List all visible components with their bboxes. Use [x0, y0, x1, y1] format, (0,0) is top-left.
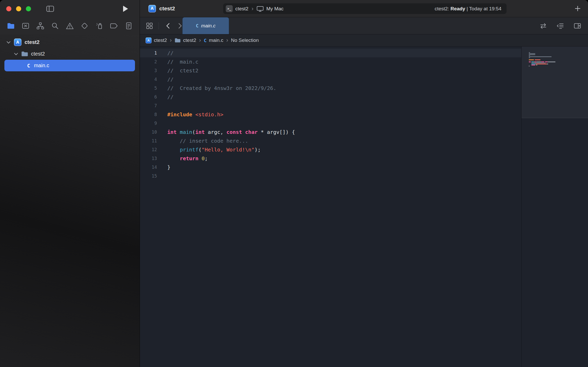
- line-number[interactable]: 10: [140, 128, 161, 136]
- grid-icon: [146, 22, 153, 29]
- line-number[interactable]: 8: [140, 110, 161, 119]
- scheme-selector[interactable]: >_ ctest2 › My Mac: [226, 5, 284, 12]
- status-project: ctest2:: [435, 6, 449, 11]
- project-navigator-button[interactable]: [6, 21, 16, 31]
- search-icon: [51, 22, 59, 29]
- code-line[interactable]: 5// Created by 4nsw3r on 2022/9/26.: [140, 84, 521, 93]
- code-line[interactable]: 13 return 0;: [140, 154, 521, 163]
- line-number[interactable]: 4: [140, 75, 161, 84]
- toggle-sidebar-button[interactable]: [45, 4, 55, 13]
- code-line[interactable]: 9: [140, 119, 521, 128]
- tree-row-project[interactable]: A ctest2: [0, 36, 140, 48]
- window-title: ctest2: [159, 5, 175, 12]
- code-line[interactable]: 2// main.c: [140, 57, 521, 66]
- code-line[interactable]: 8#include <stdio.h>: [140, 110, 521, 119]
- code-line[interactable]: 12 printf("Hello, World!\n");: [140, 145, 521, 154]
- breakpoint-navigator-button[interactable]: [109, 21, 119, 31]
- xcode-project-icon: A: [146, 37, 152, 43]
- status-time: Today at 19:54: [469, 6, 501, 11]
- navigator-sidebar: A ctest2 ctest2 C main.c: [0, 0, 140, 367]
- find-navigator-button[interactable]: [50, 21, 60, 31]
- crumb-selection[interactable]: No Selection: [231, 37, 259, 43]
- line-number[interactable]: 9: [140, 119, 161, 128]
- build-status[interactable]: ctest2: Ready | Today at 19:54: [435, 6, 501, 12]
- folder-icon: [175, 38, 181, 43]
- zoom-window-button[interactable]: [26, 6, 31, 11]
- tree-row-file-selected[interactable]: C main.c: [4, 60, 135, 71]
- crumb-group[interactable]: ctest2: [183, 37, 196, 43]
- c-file-badge: C: [204, 38, 207, 43]
- disclosure-chevron-icon[interactable]: [13, 51, 19, 57]
- tree-row-group[interactable]: ctest2: [0, 48, 140, 60]
- minimap-lines: [529, 52, 555, 68]
- adjust-editor-button[interactable]: [556, 21, 565, 30]
- tab-main-c[interactable]: C main.c: [182, 17, 229, 34]
- debug-navigator-button[interactable]: [94, 21, 104, 31]
- add-editor-button[interactable]: [573, 21, 582, 30]
- line-number[interactable]: 6: [140, 93, 161, 101]
- test-navigator-button[interactable]: [79, 21, 90, 31]
- run-button[interactable]: [121, 4, 130, 13]
- crumb-project[interactable]: ctest2: [154, 37, 167, 43]
- line-number[interactable]: 15: [140, 172, 161, 180]
- xcode-project-icon: A: [148, 5, 156, 12]
- destination-name: My Mac: [266, 6, 284, 12]
- close-window-button[interactable]: [6, 6, 11, 11]
- crumb-file[interactable]: main.c: [209, 37, 223, 43]
- line-number[interactable]: 7: [140, 101, 161, 110]
- tree-label: main.c: [34, 63, 49, 68]
- line-number[interactable]: 11: [140, 136, 161, 145]
- code-line[interactable]: 3// ctest2: [140, 66, 521, 75]
- tab-overview-button[interactable]: [145, 21, 154, 30]
- code-line[interactable]: 15: [140, 172, 521, 180]
- code-lines[interactable]: 1//2// main.c3// ctest24//5// Created by…: [140, 47, 521, 367]
- play-icon: [123, 5, 128, 12]
- main-toolbar: A ctest2 >_ ctest2 › My Mac ctest2: Read…: [140, 0, 588, 17]
- project-tree: A ctest2 ctest2 C main.c: [0, 34, 140, 367]
- line-number[interactable]: 1: [140, 49, 161, 57]
- line-number[interactable]: 13: [140, 154, 161, 163]
- disclosure-chevron-icon[interactable]: [6, 40, 11, 45]
- sidebar-toggle-icon: [46, 6, 54, 12]
- c-file-badge: C: [196, 23, 198, 28]
- plus-icon: [575, 5, 581, 12]
- code-line[interactable]: 14}: [140, 163, 521, 172]
- line-number[interactable]: 3: [140, 66, 161, 75]
- destination-icon: [257, 6, 264, 12]
- report-navigator-button[interactable]: [124, 21, 134, 31]
- folder-icon: [7, 23, 15, 29]
- tree-label: ctest2: [31, 51, 45, 57]
- code-line[interactable]: 1//: [140, 49, 521, 57]
- xcode-project-icon: A: [14, 39, 21, 46]
- window-controls: [6, 6, 31, 11]
- line-number[interactable]: 12: [140, 145, 161, 154]
- minimize-window-button[interactable]: [16, 6, 21, 11]
- source-control-navigator-button[interactable]: [20, 21, 31, 31]
- navigator-bar: [0, 17, 140, 34]
- code-line[interactable]: 6//: [140, 93, 521, 101]
- code-line[interactable]: 7: [140, 101, 521, 110]
- activity-pill: >_ ctest2 › My Mac ctest2: Ready | Today…: [223, 3, 507, 14]
- related-items-button[interactable]: [539, 21, 548, 30]
- line-number[interactable]: 2: [140, 57, 161, 66]
- source-editor: 1//2// main.c3// ctest24//5// Created by…: [140, 47, 588, 367]
- code-line[interactable]: 4//: [140, 75, 521, 84]
- library-add-button[interactable]: [573, 4, 582, 13]
- chevron-separator-icon: ›: [169, 37, 172, 43]
- editor-options-icon: [557, 23, 564, 29]
- line-number[interactable]: 14: [140, 163, 161, 172]
- back-button[interactable]: [163, 21, 172, 30]
- jump-bar: A ctest2 › ctest2 › C main.c › No Select…: [140, 34, 588, 47]
- issue-navigator-button[interactable]: [65, 21, 75, 31]
- diamond-icon: [81, 22, 88, 29]
- minimap[interactable]: [521, 47, 588, 367]
- line-number[interactable]: 5: [140, 84, 161, 93]
- status-separator: |: [466, 6, 468, 11]
- chevron-separator-icon: ›: [251, 6, 254, 12]
- chevron-right-icon: [178, 23, 182, 29]
- x-square-icon: [22, 22, 29, 29]
- symbol-navigator-button[interactable]: [35, 21, 46, 31]
- code-line[interactable]: 11 // insert code here...: [140, 136, 521, 145]
- code-line[interactable]: 10int main(int argc, const char * argv[]…: [140, 128, 521, 136]
- tree-label: ctest2: [25, 39, 40, 45]
